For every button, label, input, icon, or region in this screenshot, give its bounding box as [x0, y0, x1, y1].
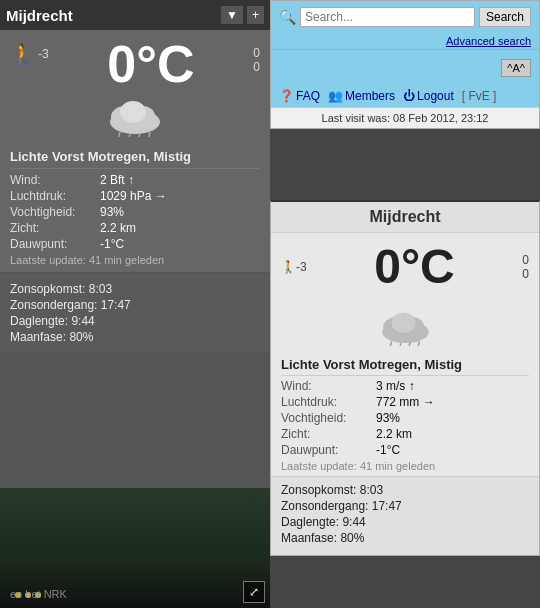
- zonsopkomst-label: Zonsopkomst:: [10, 282, 89, 296]
- condition-text: Lichte Vorst Motregen, Mistig: [10, 149, 260, 169]
- exp-maanfase-value: 80%: [340, 531, 364, 545]
- advanced-search-link[interactable]: Advanced search: [271, 33, 539, 49]
- search-bar: 🔍 Search: [271, 1, 539, 33]
- exp-last-update: Laatste update: 41 min geleden: [281, 460, 529, 472]
- dauwpunt-row: Dauwpunt: -1°C: [10, 237, 260, 251]
- faq-link[interactable]: ❓ FAQ: [279, 89, 320, 103]
- last-visit-bar: Last visit was: 08 Feb 2012, 23:12: [271, 107, 539, 128]
- exp-zicht-value: 2.2 km: [376, 427, 412, 441]
- exp-daglengte-label: Daglengte:: [281, 515, 342, 529]
- svg-line-13: [399, 343, 401, 346]
- weather-details: Lichte Vorst Motregen, Mistig Wind: 2 Bf…: [0, 143, 270, 272]
- logout-link[interactable]: ⏻ Logout: [403, 89, 454, 103]
- exp-zonsondergang-label: Zonsondergang:: [281, 499, 372, 513]
- weather-icon: [10, 92, 260, 137]
- exp-daglengte-row: Daglengte: 9:44: [281, 515, 529, 529]
- max-temp: 0: [253, 46, 260, 60]
- expanded-minmax: 0 0: [522, 253, 529, 281]
- luchtdruk-row: Luchtdruk: 1029 hPa →: [10, 189, 260, 203]
- header-icons: ▼ +: [221, 6, 264, 24]
- expanded-min: 0: [522, 267, 529, 281]
- widget-header: Mijdrecht ▼ +: [0, 0, 270, 30]
- exp-maanfase-label: Maanfase:: [281, 531, 340, 545]
- forum-nav: ^A^: [271, 49, 539, 85]
- wind-value: 2 Bft ↑: [100, 173, 134, 187]
- wind-row: Wind: 2 Bft ↑: [10, 173, 260, 187]
- dauwpunt-label: Dauwpunt:: [10, 237, 100, 251]
- zicht-label: Zicht:: [10, 221, 100, 235]
- svg-point-11: [391, 312, 415, 332]
- expanded-max: 0: [522, 253, 529, 267]
- expanded-temperature: 0°C: [307, 239, 523, 294]
- exp-daglengte-value: 9:44: [342, 515, 365, 529]
- feels-like-value: -3: [38, 47, 49, 61]
- exp-zonsopkomst-value: 8:03: [360, 483, 383, 497]
- exp-zicht-row: Zicht: 2.2 km: [281, 427, 529, 441]
- luchtdruk-label: Luchtdruk:: [10, 189, 100, 203]
- svg-line-7: [148, 132, 150, 137]
- person-icon: 🚶: [10, 42, 35, 66]
- zicht-value: 2.2 km: [100, 221, 136, 235]
- expanded-person-icon: 🚶: [281, 260, 296, 274]
- exp-zicht-label: Zicht:: [281, 427, 376, 441]
- exp-dauwpunt-row: Dauwpunt: -1°C: [281, 443, 529, 457]
- exp-dauwpunt-value: -1°C: [376, 443, 400, 457]
- vochtigheid-row: Vochtigheid: 93%: [10, 205, 260, 219]
- exp-zonsondergang-row: Zonsondergang: 17:47: [281, 499, 529, 513]
- exp-zonsopkomst-label: Zonsopkomst:: [281, 483, 360, 497]
- search-input[interactable]: [300, 7, 475, 27]
- expanded-cloud-icon: [271, 300, 539, 353]
- exp-wind-value: 3 m/s ↑: [376, 379, 415, 393]
- expanded-weather-panel: Mijdrecht 🚶 -3 0°C 0 0 Lichte Vorst Motr…: [270, 200, 540, 556]
- weather-main: 🚶 -3 0°C 0 0: [0, 30, 270, 143]
- left-weather-panel: Mijdrecht ▼ + 🚶 -3 0°C 0 0: [0, 0, 270, 608]
- maanfase-row: Maanfase: 80%: [10, 330, 260, 344]
- luchtdruk-value: 1029 hPa →: [100, 189, 167, 203]
- temperature-display: 0°C: [49, 38, 254, 90]
- add-button[interactable]: +: [247, 6, 264, 24]
- search-button[interactable]: Search: [479, 7, 531, 27]
- exp-zonsopkomst-row: Zonsopkomst: 8:03: [281, 483, 529, 497]
- expanded-feels-like: 🚶 -3: [281, 260, 307, 274]
- maanfase-value: 80%: [69, 330, 93, 344]
- dropdown-button[interactable]: ▼: [221, 6, 243, 24]
- nav-arrow-button[interactable]: ^A^: [501, 59, 531, 77]
- svg-line-5: [128, 134, 130, 137]
- daglengte-label: Daglengte:: [10, 314, 71, 328]
- sun-info: Zonsopkomst: 8:03 Zonsondergang: 17:47 D…: [0, 274, 270, 352]
- zonsondergang-row: Zonsondergang: 17:47: [10, 298, 260, 312]
- wind-label: Wind:: [10, 173, 100, 187]
- search-icon: 🔍: [279, 9, 296, 25]
- expand-button[interactable]: ⤢: [243, 581, 265, 603]
- exp-vochtigheid-row: Vochtigheid: 93%: [281, 411, 529, 425]
- exp-luchtdruk-row: Luchtdruk: 772 mm →: [281, 395, 529, 409]
- maanfase-label: Maanfase:: [10, 330, 69, 344]
- expanded-title: Mijdrecht: [271, 202, 539, 233]
- svg-line-12: [389, 341, 391, 346]
- expanded-details: Lichte Vorst Motregen, Mistig Wind: 3 m/…: [271, 353, 539, 476]
- daglengte-row: Daglengte: 9:44: [10, 314, 260, 328]
- forum-links: ❓ FAQ 👥 Members ⏻ Logout [ FvE ]: [271, 85, 539, 107]
- faq-label: FAQ: [296, 89, 320, 103]
- svg-point-3: [120, 101, 146, 123]
- zonsopkomst-row: Zonsopkomst: 8:03: [10, 282, 260, 296]
- exp-maanfase-row: Maanfase: 80%: [281, 531, 529, 545]
- search-forum-panel: 🔍 Search Advanced search ^A^ ❓ FAQ 👥 Mem…: [270, 0, 540, 129]
- exp-vochtigheid-label: Vochtigheid:: [281, 411, 376, 425]
- exp-vochtigheid-value: 93%: [376, 411, 400, 425]
- feels-like: 🚶 -3: [10, 42, 49, 66]
- logout-label: Logout: [417, 89, 454, 103]
- exp-luchtdruk-value: 772 mm →: [376, 395, 435, 409]
- members-link[interactable]: 👥 Members: [328, 89, 395, 103]
- svg-line-4: [118, 132, 120, 137]
- expanded-temp-row: 🚶 -3 0°C 0 0: [271, 233, 539, 300]
- vochtigheid-value: 93%: [100, 205, 124, 219]
- exp-luchtdruk-label: Luchtdruk:: [281, 395, 376, 409]
- last-update: Laatste update: 41 min geleden: [10, 254, 260, 266]
- user-badge: [ FvE ]: [462, 89, 497, 103]
- daglengte-value: 9:44: [71, 314, 94, 328]
- vochtigheid-label: Vochtigheid:: [10, 205, 100, 219]
- expanded-condition: Lichte Vorst Motregen, Mistig: [281, 357, 529, 376]
- svg-line-15: [417, 341, 419, 346]
- exp-wind-row: Wind: 3 m/s ↑: [281, 379, 529, 393]
